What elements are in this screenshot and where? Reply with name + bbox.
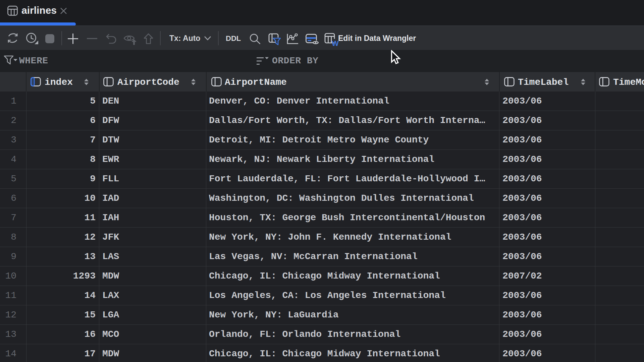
svg-text:W: W (332, 39, 339, 46)
